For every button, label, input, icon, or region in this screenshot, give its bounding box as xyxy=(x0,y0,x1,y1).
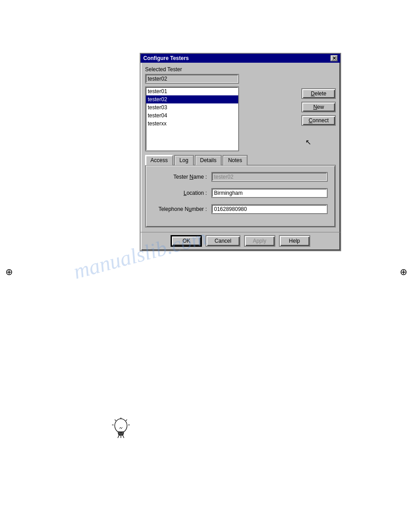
dialog-title: Configure Testers xyxy=(143,55,189,61)
apply-button[interactable]: Apply xyxy=(244,235,275,247)
selected-tester-label: Selected Tester xyxy=(145,66,336,73)
list-item[interactable]: tester01 xyxy=(146,87,238,95)
list-item[interactable]: tester04 xyxy=(146,112,238,120)
close-button[interactable]: ✕ xyxy=(330,55,338,61)
location-row: Location : xyxy=(153,188,328,198)
tester-name-row: Tester Name : xyxy=(153,172,328,182)
ok-button[interactable]: OK xyxy=(171,235,202,247)
dialog-footer: OK Cancel Apply Help xyxy=(141,232,340,250)
tab-details[interactable]: Details xyxy=(195,155,222,165)
dialog-titlebar: Configure Testers ✕ xyxy=(141,54,340,63)
telephone-label: Telephone Number : xyxy=(153,206,211,212)
telephone-row: Telephone Number : xyxy=(153,204,328,214)
target-left-marker: ⊕ xyxy=(5,266,13,277)
tester-name-label: Tester Name : xyxy=(153,174,211,180)
svg-point-0 xyxy=(115,419,127,433)
tester-name-input[interactable] xyxy=(211,172,328,182)
tab-access[interactable]: Access xyxy=(145,155,173,165)
svg-line-10 xyxy=(126,420,127,421)
location-label: Location : xyxy=(153,190,211,196)
svg-line-6 xyxy=(121,427,123,429)
selected-tester-input[interactable] xyxy=(145,74,239,84)
main-area: tester01 tester02 tester03 tester04 test… xyxy=(145,86,336,151)
connect-button[interactable]: Connect xyxy=(301,115,336,126)
help-button[interactable]: Help xyxy=(279,235,310,247)
svg-line-5 xyxy=(120,427,121,429)
location-input[interactable] xyxy=(211,188,328,198)
new-button[interactable]: New xyxy=(301,102,336,112)
tab-notes[interactable]: Notes xyxy=(223,155,247,165)
telephone-input[interactable] xyxy=(211,204,328,214)
side-buttons: Delete New Connect xyxy=(301,86,336,151)
tab-content-access: Tester Name : Location : Telephone Numbe… xyxy=(145,165,336,227)
dialog-body: Selected Tester tester01 tester02 tester… xyxy=(141,63,340,232)
svg-line-14 xyxy=(123,435,124,438)
lightbulb-icon xyxy=(107,416,134,445)
tabs-row: Access Log Details Notes xyxy=(145,155,336,165)
target-right-marker: ⊕ xyxy=(400,266,407,277)
tab-log[interactable]: Log xyxy=(174,155,194,165)
configure-testers-dialog: Configure Testers ✕ Selected Tester test… xyxy=(140,53,341,251)
svg-line-8 xyxy=(115,420,116,421)
svg-rect-3 xyxy=(119,434,123,435)
cancel-button[interactable]: Cancel xyxy=(206,235,240,247)
list-item[interactable]: tester02 xyxy=(146,95,238,103)
tabs-container: Access Log Details Notes Tester Name : L… xyxy=(145,155,336,227)
tester-list[interactable]: tester01 tester02 tester03 tester04 test… xyxy=(145,86,239,151)
delete-button[interactable]: Delete xyxy=(301,88,336,99)
list-item[interactable]: tester03 xyxy=(146,103,238,112)
svg-line-12 xyxy=(118,435,119,438)
svg-line-4 xyxy=(120,427,121,429)
list-item[interactable]: testerxx xyxy=(146,120,238,128)
